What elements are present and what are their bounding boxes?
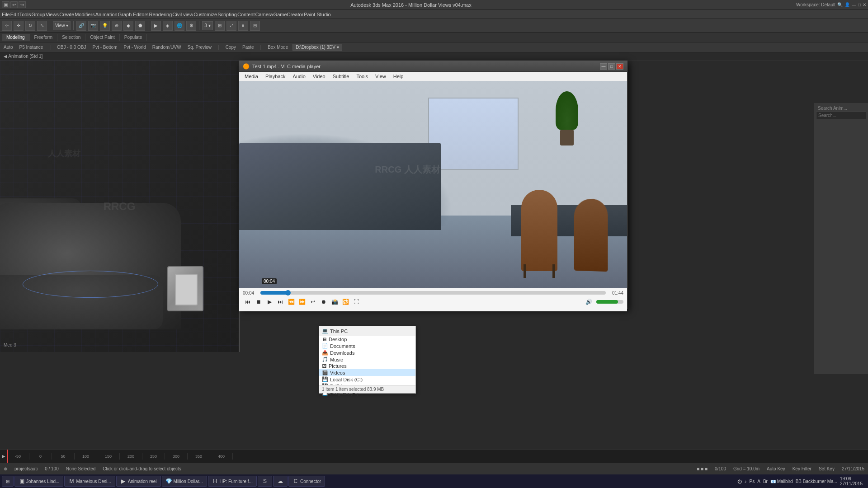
link-tool[interactable]: 🔗 [76,21,86,31]
vlc-menu-playback[interactable]: Playback [262,72,289,81]
photoshop-icon[interactable]: Ps [750,479,755,484]
view-dropdown[interactable]: View ▾ [53,21,71,30]
vlc-menu-audio[interactable]: Audio [289,72,309,81]
align-tool[interactable]: ≡ [238,21,248,31]
tb-cloud[interactable]: ☁ [273,476,288,487]
menu-create[interactable]: Create [59,12,74,17]
vlc-loop-btn[interactable]: 🔁 [340,297,350,307]
backburner-icon[interactable]: BB Backburner Ma... [796,479,837,484]
menu-file[interactable]: File [2,12,10,17]
power-icon[interactable]: ⏻ [737,479,742,484]
fe-item-localc[interactable]: 💾Local Disk (C:) [319,376,415,383]
menu-group[interactable]: Group [31,12,45,17]
mirror-tool[interactable]: ⇌ [226,21,236,31]
music-sys-icon[interactable]: ♪ [745,479,747,484]
tb-3dsmax[interactable]: ▣ Johannes Lind... [14,476,63,487]
vlc-restore-btn[interactable]: □ [608,63,615,70]
vlc-snapshot-btn[interactable]: 📸 [330,297,340,307]
copy-btn[interactable]: Copy [224,44,238,50]
render-tool[interactable]: ▶ [151,21,161,31]
pvt-world[interactable]: Pvt - World [122,44,147,50]
light-tool[interactable]: 💡 [100,21,110,31]
material-tool[interactable]: ◈ [163,21,173,31]
layer-tool[interactable]: ⊟ [250,21,260,31]
vlc-close-btn[interactable]: ✕ [616,63,623,70]
timeline-cursor[interactable] [7,450,8,463]
tb-marvelous[interactable]: M Marvelous Desi... [64,476,115,487]
app-icon[interactable]: ▣ [2,1,9,8]
viewport-panel[interactable]: RRCG 人人素材 Med 3 [0,61,240,352]
vlc-menu-media[interactable]: Media [241,72,262,81]
tb-connector[interactable]: C Connector [288,476,325,487]
auto-btn[interactable]: Auto [2,44,15,50]
p5-btn[interactable]: P5 Instance [18,44,45,50]
sq-preview[interactable]: Sq. Preview [186,44,213,50]
fe-item-pictures[interactable]: 🖼Pictures [319,363,415,369]
env-tool[interactable]: 🌐 [175,21,184,31]
vlc-menu-help[interactable]: Help [390,72,407,81]
fe-item-desktop[interactable]: 🖥Desktop [319,336,415,343]
obj-btn[interactable]: OBJ - 0.0 OBJ [55,44,88,50]
menu-paintstudio[interactable]: Paint Studio [304,12,330,17]
tab-objectpaint[interactable]: Object Paint [85,34,119,41]
render-setup[interactable]: ⚙ [186,21,196,31]
timeline-play-btn[interactable]: ▶ [0,454,7,459]
dropbox-dropdown[interactable]: D:\Dropbox (1) 3DV ▾ [292,44,342,51]
menu-gamecreator[interactable]: GameCreator [274,12,304,17]
undo-btn[interactable]: ↩ [10,1,18,8]
menu-content[interactable]: Content [237,12,255,17]
menu-civil[interactable]: Civil view [172,12,193,17]
vlc-fullscreen-btn[interactable]: ⛶ [351,297,361,307]
key-filter-btn[interactable]: Key Filter [793,466,811,471]
helper-tool[interactable]: ⊕ [112,21,122,31]
tb-million[interactable]: 💎 Million Dollar... [162,476,207,487]
minimize-icon[interactable]: — [852,2,856,7]
camera-tool[interactable]: 📷 [88,21,98,31]
vlc-prev-btn[interactable]: ⏮ [243,297,253,307]
redo-btn[interactable]: ↪ [19,1,26,8]
user-icon[interactable]: 👤 [844,2,850,7]
tb-hp[interactable]: H HP: Furniture f... [208,476,257,487]
paste-btn[interactable]: Paste [241,44,256,50]
vlc-seek-track[interactable] [260,291,606,295]
start-button[interactable]: ⊞ [2,476,14,487]
search-icon[interactable]: 🔍 [837,2,843,7]
vlc-record-btn[interactable]: ⏺ [319,297,329,307]
tb-sketchup[interactable]: S [258,476,272,487]
vlc-menu-subtitle[interactable]: Subtitle [329,72,353,81]
tab-modeling[interactable]: Modeling [2,34,30,41]
tab-populate[interactable]: Populate [120,34,147,41]
vlc-frame-prev[interactable]: ⏪ [286,297,296,307]
fe-item-videos[interactable]: 🎬Videos [319,369,415,376]
menu-customize[interactable]: Customize [193,12,217,17]
vlc-mute-btn[interactable]: 🔊 [584,297,594,307]
vlc-volume-track[interactable] [596,300,623,304]
move-tool[interactable]: ✛ [14,21,24,31]
fe-item-downloads[interactable]: 📥Downloads [319,349,415,356]
vlc-menu-tools[interactable]: Tools [353,72,372,81]
vlc-seek-handle[interactable] [285,290,291,296]
geometry-tool[interactable]: ◆ [123,21,133,31]
vlc-menu-video[interactable]: Video [309,72,329,81]
scale-tool[interactable]: ⤡ [37,21,47,31]
vlc-next-btn[interactable]: ⏭ [275,297,285,307]
random-uvw[interactable]: Random/UVW [151,44,183,50]
vlc-stop-btn[interactable]: ⏹ [254,297,264,307]
menu-rendering[interactable]: Rendering [149,12,172,17]
vlc-menu-view[interactable]: View [372,72,390,81]
bridge-icon[interactable]: Br [763,479,768,484]
snap-tool[interactable]: ⊞ [215,21,225,31]
tab-selection[interactable]: Selection [57,34,85,41]
num-dropdown[interactable]: 3 ▾ [202,21,212,30]
rotate-tool[interactable]: ↻ [25,21,35,31]
restore-icon[interactable]: □ [858,2,861,7]
menu-camera[interactable]: Camera [255,12,273,17]
vlc-minimize-btn[interactable]: — [600,63,607,70]
tb-animation[interactable]: ▶ Animation reel [116,476,161,487]
fe-item-documents[interactable]: 📄Documents [319,343,415,349]
acr-icon[interactable]: A [757,479,760,484]
menu-graph[interactable]: Graph Editors [118,12,149,17]
vlc-play-btn[interactable]: ▶ [264,297,274,307]
vlc-ab-btn[interactable]: ↩ [308,297,318,307]
menu-tools[interactable]: Tools [19,12,31,17]
